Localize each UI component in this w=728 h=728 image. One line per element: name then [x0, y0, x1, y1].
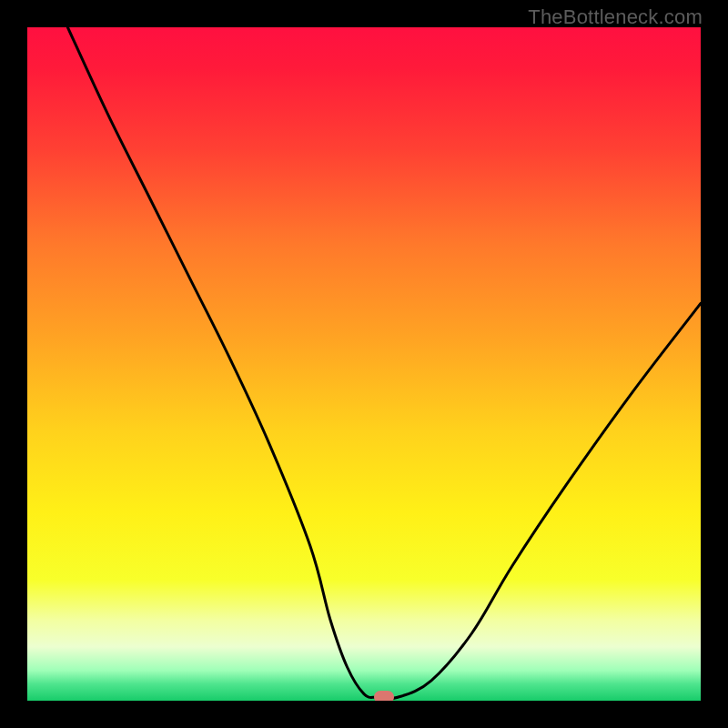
min-marker — [374, 691, 394, 701]
curve-svg — [27, 27, 701, 701]
curve-path — [67, 27, 701, 699]
plot-area — [27, 27, 701, 701]
chart-frame: TheBottleneck.com — [0, 0, 728, 728]
watermark-text: TheBottleneck.com — [528, 5, 703, 29]
